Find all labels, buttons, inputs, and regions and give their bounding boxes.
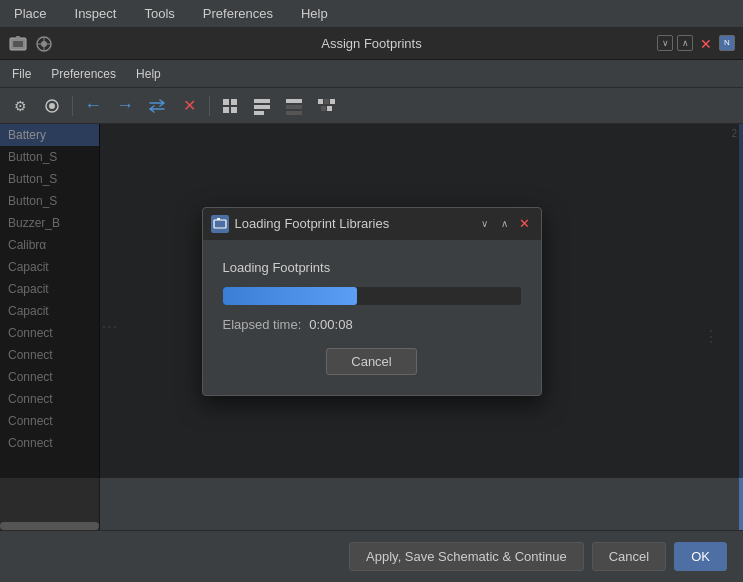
progress-bar-fill bbox=[223, 287, 357, 305]
modal-overlay: Loading Footprint Libraries ∨ ∧ ✕ Loadin… bbox=[0, 124, 743, 478]
side-btn[interactable]: N bbox=[719, 35, 735, 51]
top-menubar: Place Inspect Tools Preferences Help bbox=[0, 0, 743, 28]
sec-menu-help[interactable]: Help bbox=[132, 65, 165, 83]
apply-save-button[interactable]: Apply, Save Schematic & Continue bbox=[349, 542, 584, 571]
menu-inspect[interactable]: Inspect bbox=[69, 4, 123, 23]
svg-rect-13 bbox=[254, 99, 270, 103]
grid-btn-4[interactable] bbox=[312, 92, 340, 120]
elapsed-label: Elapsed time: bbox=[223, 317, 302, 332]
modal-cancel-button[interactable]: Cancel bbox=[326, 348, 416, 375]
svg-point-8 bbox=[49, 103, 55, 109]
ok-button[interactable]: OK bbox=[674, 542, 727, 571]
toolbar-row: ⚙ ← → ✕ bbox=[0, 88, 743, 124]
toolbar-separator-2 bbox=[209, 96, 210, 116]
title-bar-left bbox=[8, 34, 54, 54]
close-btn[interactable]: ✕ bbox=[697, 35, 715, 53]
grid-btn-1[interactable] bbox=[216, 92, 244, 120]
secondary-bar: File Preferences Help bbox=[0, 60, 743, 88]
horizontal-scrollbar[interactable] bbox=[0, 522, 99, 530]
sec-menu-preferences[interactable]: Preferences bbox=[47, 65, 120, 83]
svg-rect-22 bbox=[321, 106, 326, 111]
bottom-bar: Apply, Save Schematic & Continue Cancel … bbox=[0, 530, 743, 582]
menu-preferences[interactable]: Preferences bbox=[197, 4, 279, 23]
svg-rect-24 bbox=[214, 220, 226, 228]
loading-dialog: Loading Footprint Libraries ∨ ∧ ✕ Loadin… bbox=[202, 207, 542, 396]
maximize-btn[interactable]: ∧ bbox=[677, 35, 693, 51]
svg-rect-1 bbox=[13, 41, 23, 47]
settings-btn[interactable]: ⚙ bbox=[6, 92, 34, 120]
svg-rect-17 bbox=[286, 105, 302, 109]
footprint-icon bbox=[34, 34, 54, 54]
svg-rect-16 bbox=[286, 99, 302, 103]
camera-btn[interactable] bbox=[38, 92, 66, 120]
modal-maximize-btn[interactable]: ∧ bbox=[497, 216, 513, 232]
window-title: Assign Footprints bbox=[321, 36, 421, 51]
transfer-btn[interactable] bbox=[143, 92, 171, 120]
modal-controls: ∨ ∧ ✕ bbox=[477, 216, 533, 232]
app-icon bbox=[8, 34, 28, 54]
modal-minimize-btn[interactable]: ∨ bbox=[477, 216, 493, 232]
elapsed-row: Elapsed time: 0:00:08 bbox=[223, 317, 521, 332]
sec-menu-file[interactable]: File bbox=[8, 65, 35, 83]
modal-titlebar: Loading Footprint Libraries ∨ ∧ ✕ bbox=[203, 208, 541, 240]
modal-icon bbox=[211, 215, 229, 233]
menu-help[interactable]: Help bbox=[295, 4, 334, 23]
svg-rect-21 bbox=[330, 99, 335, 104]
svg-rect-23 bbox=[327, 106, 332, 111]
minimize-btn[interactable]: ∨ bbox=[657, 35, 673, 51]
svg-rect-9 bbox=[223, 99, 229, 105]
menu-place[interactable]: Place bbox=[8, 4, 53, 23]
arrow-right-btn[interactable]: → bbox=[111, 92, 139, 120]
svg-rect-20 bbox=[324, 99, 329, 104]
svg-rect-19 bbox=[318, 99, 323, 104]
progress-bar-container bbox=[223, 287, 521, 305]
main-content: Battery Button_S Button_S Button_S Buzze… bbox=[0, 124, 743, 530]
svg-rect-15 bbox=[254, 111, 264, 115]
svg-rect-25 bbox=[217, 218, 220, 220]
svg-rect-11 bbox=[223, 107, 229, 113]
title-bar-controls: ∨ ∧ ✕ N bbox=[657, 35, 735, 53]
modal-close-btn[interactable]: ✕ bbox=[517, 216, 533, 232]
modal-title-text: Loading Footprint Libraries bbox=[235, 216, 390, 231]
menu-tools[interactable]: Tools bbox=[138, 4, 180, 23]
svg-rect-2 bbox=[16, 36, 20, 39]
svg-rect-14 bbox=[254, 105, 270, 109]
loading-label: Loading Footprints bbox=[223, 260, 521, 275]
grid-btn-2[interactable] bbox=[248, 92, 276, 120]
toolbar-separator-1 bbox=[72, 96, 73, 116]
arrow-left-btn[interactable]: ← bbox=[79, 92, 107, 120]
title-bar: Assign Footprints ∨ ∧ ✕ N bbox=[0, 28, 743, 60]
svg-rect-18 bbox=[286, 111, 302, 115]
modal-body: Loading Footprints Elapsed time: 0:00:08… bbox=[203, 240, 541, 395]
grid-btn-3[interactable] bbox=[280, 92, 308, 120]
elapsed-value: 0:00:08 bbox=[309, 317, 352, 332]
delete-btn[interactable]: ✕ bbox=[175, 92, 203, 120]
modal-cancel-row: Cancel bbox=[223, 348, 521, 375]
cancel-button[interactable]: Cancel bbox=[592, 542, 666, 571]
svg-rect-12 bbox=[231, 107, 237, 113]
modal-title-left: Loading Footprint Libraries bbox=[211, 215, 390, 233]
svg-rect-10 bbox=[231, 99, 237, 105]
